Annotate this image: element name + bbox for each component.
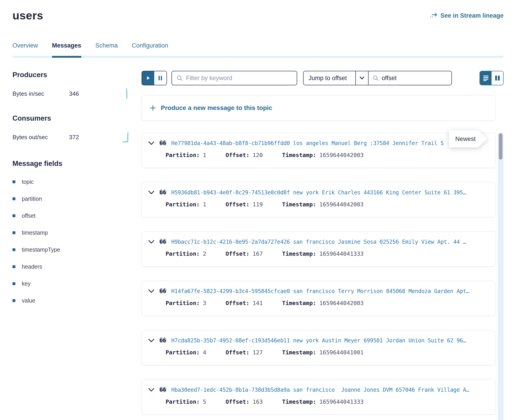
expand-chevron-icon[interactable]	[148, 191, 154, 195]
partition-label: Partition:	[166, 201, 200, 208]
stream-lineage-link[interactable]: See in Stream lineage	[430, 12, 504, 19]
offset-search-field	[369, 71, 452, 85]
message-key-value[interactable]: Hba30eed7-1edc-452b-8b1a-738d3b5d8a9a sa…	[171, 387, 469, 393]
pause-icon	[158, 75, 163, 81]
play-button[interactable]	[142, 71, 154, 85]
replacement-glyphs: ��	[160, 189, 166, 196]
partition-value: 5	[203, 398, 206, 405]
bytes-in-label: Bytes in/sec	[12, 90, 69, 97]
filter-keyword-input[interactable]	[186, 75, 292, 82]
partition-label: Partition:	[166, 349, 200, 356]
field-checkbox-icon	[12, 248, 15, 251]
columns-view-icon	[495, 75, 500, 81]
page-title: users	[12, 9, 43, 22]
expand-chevron-icon[interactable]	[148, 240, 154, 244]
field-item-offset[interactable]: offset	[12, 212, 142, 219]
lineage-link-label: See in Stream lineage	[440, 12, 504, 19]
message-row: �� H9bacc71c-b12c-4216-8e95-2a7da727e426…	[142, 232, 495, 267]
split-view-button[interactable]	[492, 71, 503, 85]
list-view-button[interactable]	[480, 71, 492, 85]
jump-to-offset-group: Jump to offset	[303, 71, 452, 85]
field-item-topic[interactable]: topic	[12, 179, 142, 185]
messages-scrollbar-thumb[interactable]	[499, 133, 502, 159]
bytes-out-metric: Bytes out/sec 372	[12, 131, 130, 143]
message-row: �� H7cda825b-35b7-4952-88ef-c193d546eb11…	[142, 330, 495, 365]
search-icon	[373, 75, 379, 81]
bytes-in-sparkline	[123, 88, 130, 100]
play-icon	[146, 75, 151, 81]
message-row: �� Hba30eed7-1edc-452b-8b1a-738d3b5d8a9a…	[142, 380, 495, 415]
field-item-headers[interactable]: headers	[12, 263, 142, 270]
newest-tooltip-label: Newest	[449, 130, 478, 148]
partition-value: 3	[203, 300, 206, 306]
bytes-out-sparkline	[123, 131, 130, 143]
replacement-glyphs: ��	[160, 140, 166, 146]
topic-messages-page: users See in Stream lineage Overview Mes…	[0, 0, 516, 420]
tooltip-arrow-icon	[478, 130, 487, 148]
timestamp-value: 1659644041333	[319, 250, 364, 257]
field-item-key[interactable]: key	[12, 280, 142, 287]
expand-chevron-icon[interactable]	[148, 338, 154, 343]
field-item-partition[interactable]: partition	[12, 195, 142, 202]
field-checkbox-icon	[12, 299, 15, 302]
offset-value: 120	[253, 152, 263, 158]
offset-search-input[interactable]	[382, 75, 447, 82]
offset-label: Offset:	[226, 250, 249, 257]
jump-to-offset-select[interactable]: Jump to offset	[303, 71, 369, 85]
offset-value: 141	[253, 300, 263, 306]
message-key-value[interactable]: He77981da-4a43-48ab-b8f8-cb71b96ffdd0 lo…	[171, 140, 444, 146]
plus-icon	[149, 105, 156, 111]
view-mode-toggle	[479, 71, 504, 85]
message-fields-heading: Message fields	[12, 159, 142, 168]
message-key-value[interactable]: H5936db81-b943-4e0f-8c29-74513e0c0d8f ne…	[171, 189, 466, 196]
field-item-timestampType[interactable]: timestampType	[12, 247, 142, 253]
message-row: �� He77981da-4a43-48ab-b8f8-cb71b96ffdd0…	[142, 133, 495, 168]
tab-overview[interactable]: Overview	[12, 42, 38, 56]
partition-label: Partition:	[166, 300, 200, 306]
bytes-in-metric: Bytes in/sec 346	[12, 88, 130, 100]
messages-scrollbar-track[interactable]	[498, 133, 504, 420]
field-item-value[interactable]: value	[12, 297, 142, 304]
timestamp-label: Timestamp:	[282, 300, 316, 306]
newest-tooltip: Newest	[449, 130, 487, 148]
message-fields-list: topic partition offset timestamp timesta…	[12, 179, 142, 304]
bytes-out-value: 372	[69, 134, 79, 141]
timestamp-label: Timestamp:	[282, 349, 316, 356]
partition-value: 1	[203, 152, 206, 158]
replacement-glyphs: ��	[160, 387, 166, 393]
messages-panel: Jump to offset	[142, 71, 504, 415]
produce-message-button[interactable]: Produce a new message to this topic	[142, 95, 495, 121]
field-checkbox-icon	[12, 265, 15, 268]
field-checkbox-icon	[12, 282, 15, 285]
partition-label: Partition:	[166, 250, 200, 257]
bytes-in-value: 346	[69, 90, 79, 97]
offset-label: Offset:	[226, 349, 249, 356]
tab-schema[interactable]: Schema	[95, 42, 118, 56]
produce-message-label: Produce a new message to this topic	[161, 104, 272, 112]
pause-button[interactable]	[154, 71, 167, 85]
partition-value: 2	[203, 250, 206, 257]
field-item-timestamp[interactable]: timestamp	[12, 229, 142, 236]
chevron-down-icon[interactable]	[355, 71, 368, 85]
offset-value: 127	[253, 349, 263, 356]
expand-chevron-icon[interactable]	[148, 388, 154, 392]
topic-tabs: Overview Messages Schema Configuration	[12, 42, 504, 58]
message-key-value[interactable]: H9bacc71c-b12c-4216-8e95-2a7da727e426 sa…	[171, 239, 466, 245]
lineage-arrow-icon	[430, 12, 438, 19]
content: Producers Bytes in/sec 346 Consumers Byt…	[12, 71, 504, 415]
message-key-value[interactable]: H7cda825b-35b7-4952-88ef-c193d546eb11 ne…	[171, 338, 466, 344]
filter-field	[171, 71, 297, 85]
offset-value: 163	[253, 398, 263, 405]
tab-configuration[interactable]: Configuration	[132, 42, 168, 56]
page-header: users See in Stream lineage	[12, 9, 504, 22]
replacement-glyphs: ��	[160, 239, 166, 245]
expand-chevron-icon[interactable]	[148, 141, 154, 145]
timestamp-value: 1659644042003	[319, 201, 364, 208]
jump-select-value: Jump to offset	[304, 75, 355, 82]
offset-label: Offset:	[226, 152, 249, 158]
timestamp-value: 1659644042003	[319, 300, 364, 306]
messages-toolbar: Jump to offset	[142, 71, 504, 85]
message-key-value[interactable]: H14fa67fe-5823-4299-b3c4-595845cfcae0 sa…	[171, 288, 469, 294]
tab-messages[interactable]: Messages	[52, 42, 81, 58]
expand-chevron-icon[interactable]	[148, 289, 154, 293]
